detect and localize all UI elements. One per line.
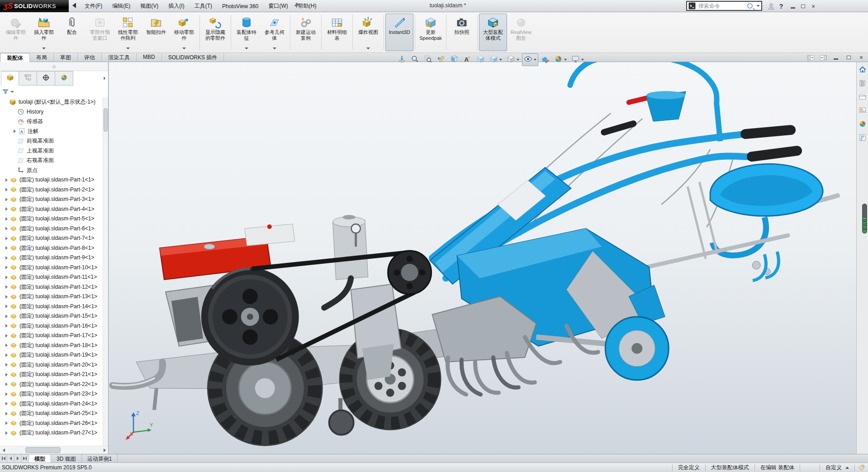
- scroll-right-icon[interactable]: [101, 447, 108, 454]
- scroll-left-icon[interactable]: [0, 447, 7, 454]
- dropdown-arrow-icon[interactable]: [273, 48, 276, 49]
- expand-arrow-icon[interactable]: [14, 129, 16, 133]
- tree-part-item[interactable]: (固定) tuolaji.sldasm-Part-24<1>: [0, 399, 103, 409]
- doc-tab-模型[interactable]: 模型: [29, 454, 51, 462]
- expand-arrow-icon[interactable]: [5, 363, 8, 367]
- tag-icon[interactable]: [854, 464, 868, 471]
- tree-item[interactable]: 原点: [0, 166, 103, 176]
- dropdown-arrow-icon[interactable]: [534, 59, 536, 61]
- expand-arrow-icon[interactable]: [5, 373, 8, 377]
- ribbon-button-large-assembly[interactable]: 大型装配体模式: [479, 14, 507, 51]
- headsup-view-orientation-button[interactable]: [474, 53, 487, 66]
- help-button[interactable]: ?: [776, 1, 786, 11]
- tree-part-item[interactable]: (固定) tuolaji.sldasm-Part-13<1>: [0, 292, 103, 302]
- ribbon-button-motion-study[interactable]: 新建运动算例: [292, 14, 320, 51]
- headsup-view-orientation-cube-button[interactable]: [488, 53, 504, 66]
- tree-item[interactable]: 右视基准面: [0, 156, 103, 166]
- scrollbar-thumb[interactable]: [104, 108, 108, 132]
- tree-part-item[interactable]: (固定) tuolaji.sldasm-Part-27<1>: [0, 428, 103, 438]
- tile-left-icon[interactable]: [806, 54, 816, 61]
- tree-root-assembly[interactable]: tuolaji (默认<默认_显示状态-1>): [0, 97, 103, 107]
- first-tab-icon[interactable]: [0, 454, 7, 462]
- headsup-edit-appearance-button[interactable]: [539, 53, 551, 66]
- tree-part-item[interactable]: (固定) tuolaji.sldasm-Part-15<1>: [0, 311, 103, 321]
- expand-arrow-icon[interactable]: [5, 334, 8, 338]
- dropdown-arrow-icon[interactable]: [499, 59, 502, 61]
- tab-草图[interactable]: 草图: [54, 53, 78, 62]
- menu-item-5[interactable]: 工具(T): [190, 0, 216, 12]
- tree-filter[interactable]: [2, 86, 14, 97]
- ribbon-button-assembly-features[interactable]: 装配体特征: [232, 14, 261, 51]
- tree-item[interactable]: 上视基准面: [0, 146, 103, 156]
- doc-tab-运动算例1[interactable]: 运动算例1: [82, 454, 118, 462]
- doc-tab-3D 视图[interactable]: 3D 视图: [51, 454, 82, 462]
- taskpane-scrollbar-thumb[interactable]: [862, 204, 867, 234]
- menu-item-3[interactable]: 视图(V): [136, 0, 162, 12]
- headsup-apply-scene-button[interactable]: [552, 53, 569, 66]
- tree-vertical-scrollbar[interactable]: [103, 97, 108, 446]
- tree-part-item[interactable]: (固定) tuolaji.sldasm-Part-8<1>: [0, 243, 103, 253]
- ribbon-button-update-speedpak[interactable]: 更新 Speedpak: [417, 14, 445, 51]
- headsup-annotation-views-button[interactable]: A: [461, 53, 474, 66]
- tree-part-item[interactable]: (固定) tuolaji.sldasm-Part-21<1>: [0, 370, 103, 380]
- headsup-hide-show-items-button[interactable]: [522, 53, 538, 66]
- headsup-zoom-area-button[interactable]: [409, 53, 421, 66]
- last-tab-icon[interactable]: [22, 454, 29, 462]
- ribbon-button-insert-component[interactable]: 插入零部件: [30, 14, 58, 51]
- ribbon-button-bom[interactable]: 材料明细表: [323, 14, 351, 51]
- pin-icon[interactable]: [293, 2, 300, 10]
- ribbon-button-instant3d[interactable]: Instant3D: [385, 14, 413, 51]
- expand-arrow-icon[interactable]: [5, 343, 8, 347]
- dropdown-arrow-icon[interactable]: [182, 48, 186, 49]
- expand-arrow-icon[interactable]: [5, 305, 8, 308]
- panel-expand-arrow-icon[interactable]: ›: [103, 74, 105, 81]
- tree-part-item[interactable]: (固定) tuolaji.sldasm-Part-11<1>: [0, 272, 103, 282]
- ribbon-button-linear-pattern[interactable]: 线性零部件阵列: [114, 14, 142, 51]
- ribbon-button-move-component[interactable]: 移动零部件: [170, 14, 198, 51]
- menu-item-4[interactable]: 插入(I): [164, 0, 188, 12]
- tree-part-item[interactable]: (固定) tuolaji.sldasm-Part-5<1>: [0, 214, 103, 224]
- filter-dropdown-icon[interactable]: [10, 91, 14, 93]
- search-dropdown-icon[interactable]: [756, 5, 760, 7]
- menu-item-6[interactable]: PhotoView 360: [218, 1, 263, 11]
- ribbon-button-reference-geometry[interactable]: 参考几何体: [261, 14, 289, 51]
- headsup-display-style-button[interactable]: [505, 53, 521, 66]
- dropdown-arrow-icon[interactable]: [366, 48, 370, 49]
- expand-arrow-icon[interactable]: [5, 324, 8, 328]
- next-tab-icon[interactable]: [14, 454, 22, 462]
- expand-arrow-icon[interactable]: [5, 246, 8, 250]
- tree-part-item[interactable]: (固定) tuolaji.sldasm-Part-6<1>: [0, 224, 103, 234]
- configurationmanager-tab[interactable]: [37, 71, 55, 86]
- tab-评估[interactable]: 评估: [78, 53, 102, 62]
- dropdown-arrow-icon[interactable]: [126, 48, 130, 49]
- expand-arrow-icon[interactable]: [5, 382, 8, 386]
- headsup-previous-view-button[interactable]: [435, 53, 447, 66]
- menu-item-2[interactable]: 编辑(E): [108, 0, 134, 12]
- expand-arrow-icon[interactable]: [5, 315, 8, 318]
- headsup-section-view-button[interactable]: [448, 53, 460, 66]
- tree-part-item[interactable]: (固定) tuolaji.sldasm-Part-20<1>: [0, 360, 103, 370]
- tree-part-item[interactable]: (固定) tuolaji.sldasm-Part-18<1>: [0, 341, 103, 351]
- tree-item[interactable]: 前视基准面: [0, 136, 103, 146]
- displaymanager-tab[interactable]: [55, 71, 73, 86]
- expand-arrow-icon[interactable]: [5, 178, 8, 182]
- expand-arrow-icon[interactable]: [5, 353, 8, 357]
- graphics-viewport[interactable]: 1100 Z Y X: [109, 62, 856, 454]
- tree-part-item[interactable]: (固定) tuolaji.sldasm-Part-4<1>: [0, 205, 103, 215]
- headsup-zoom-selection-button[interactable]: [422, 53, 434, 66]
- tree-part-item[interactable]: (固定) tuolaji.sldasm-Part-2<1>: [0, 185, 103, 195]
- tree-part-item[interactable]: (固定) tuolaji.sldasm-Part-14<1>: [0, 302, 103, 312]
- expand-arrow-icon[interactable]: [5, 421, 8, 425]
- expand-arrow-icon[interactable]: [5, 227, 8, 230]
- expand-arrow-icon[interactable]: [5, 217, 8, 221]
- expand-arrow-icon[interactable]: [5, 198, 8, 201]
- doc-close-button[interactable]: ×: [856, 54, 866, 61]
- tree-part-item[interactable]: (固定) tuolaji.sldasm-Part-12<1>: [0, 282, 103, 292]
- menu-item-1[interactable]: 文件(F): [81, 0, 106, 12]
- tab-SOLIDWORKS 插件[interactable]: SOLIDWORKS 插件: [162, 53, 224, 62]
- expand-arrow-icon[interactable]: [5, 256, 8, 260]
- tab-装配体[interactable]: 装配体: [0, 53, 30, 62]
- tree-item[interactable]: 传感器: [0, 117, 103, 127]
- headsup-view-settings-button[interactable]: [569, 53, 586, 66]
- user-account-icon[interactable]: [766, 1, 776, 11]
